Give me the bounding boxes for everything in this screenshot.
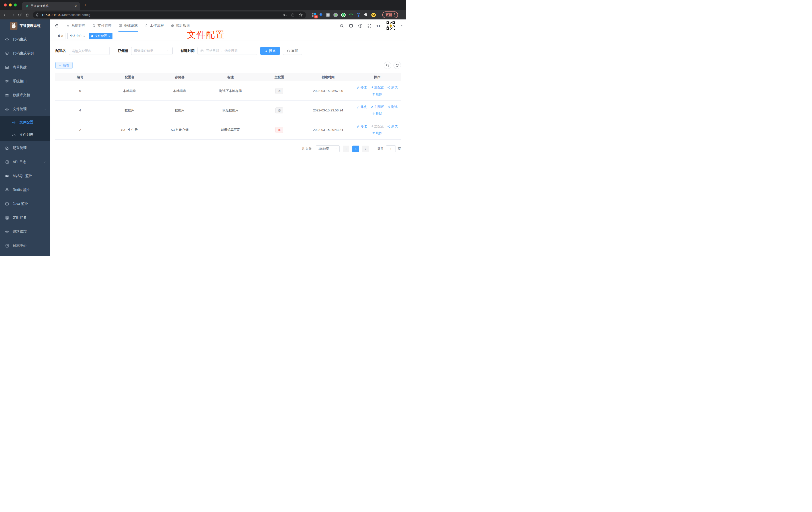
- reset-button[interactable]: 重置: [283, 47, 302, 55]
- window-close-button[interactable]: [4, 3, 7, 6]
- current-page-button[interactable]: 1: [352, 146, 359, 152]
- tab-file-config[interactable]: 文件配置 ×: [89, 33, 112, 39]
- share-icon: [387, 86, 390, 89]
- avatar[interactable]: [386, 21, 396, 30]
- forward-icon[interactable]: [10, 13, 14, 17]
- eye-extension-icon[interactable]: [356, 13, 360, 17]
- test-action[interactable]: 测试: [387, 105, 398, 109]
- date-end-placeholder[interactable]: 结束日期: [225, 49, 237, 53]
- master-action[interactable]: 主配置: [370, 85, 384, 90]
- sidebar-item-file-list[interactable]: 文件列表: [0, 129, 50, 141]
- edit-action[interactable]: 修改: [357, 85, 367, 90]
- topnav-infrastructure[interactable]: 基础设施: [115, 20, 141, 32]
- command-extension-icon[interactable]: ⌘: [326, 13, 330, 17]
- fullscreen-icon[interactable]: [367, 24, 372, 28]
- collapse-sidebar-icon[interactable]: [50, 24, 63, 28]
- sidebar-logo[interactable]: 芋道管理系统: [0, 20, 50, 32]
- infrastructure-icon: [118, 24, 122, 28]
- pencil-icon: [357, 86, 359, 89]
- site-info-icon[interactable]: [36, 13, 39, 17]
- storage-select[interactable]: 请选择存储器: [131, 47, 173, 55]
- recorder-extension-icon[interactable]: [334, 13, 338, 17]
- search-button[interactable]: 搜索: [260, 47, 280, 55]
- y-extension-icon[interactable]: Y: [341, 13, 346, 17]
- github-icon[interactable]: [349, 24, 353, 28]
- tab-close-icon[interactable]: ×: [75, 4, 77, 8]
- font-size-icon[interactable]: [376, 24, 381, 28]
- tab-home[interactable]: 首页: [55, 33, 66, 39]
- sidebar-item-code-example[interactable]: 代码生成示例: [0, 47, 50, 60]
- sidebar-item-system-api[interactable]: 系统接口: [0, 74, 50, 88]
- chrome-menu-icon[interactable]: [394, 13, 395, 17]
- col-id: 编号: [55, 75, 105, 80]
- cell-name: 本地磁盘: [105, 89, 154, 93]
- sidebar-item-config-management[interactable]: 配置管理: [0, 141, 50, 155]
- caret-down-icon[interactable]: [400, 24, 403, 27]
- window-minimize-button[interactable]: [9, 3, 12, 6]
- cell-storage: 数据库: [154, 108, 205, 113]
- sidebar-item-label: 配置管理: [13, 146, 27, 150]
- address-bar[interactable]: 127.0.0.1:1024/infra/file/file-config: [33, 11, 306, 19]
- delete-action[interactable]: 删除: [372, 131, 382, 135]
- goto-page-input[interactable]: [386, 145, 396, 152]
- date-range-picker[interactable]: 开始日期 - 结束日期: [198, 47, 257, 55]
- sidebar-item-form-builder[interactable]: 表单构建: [0, 60, 50, 74]
- date-start-placeholder[interactable]: 开始日期: [206, 49, 219, 53]
- tab-close-icon[interactable]: ×: [83, 35, 85, 38]
- star-extension-icon[interactable]: [349, 13, 353, 17]
- help-icon[interactable]: [358, 24, 362, 28]
- puzzle-extensions-icon[interactable]: [364, 13, 368, 17]
- config-name-input[interactable]: [69, 47, 110, 55]
- sidebar-item-trace[interactable]: 链路追踪: [0, 225, 50, 239]
- sliders-icon: [5, 79, 9, 83]
- page-unit-label: 页: [398, 147, 401, 151]
- sidebar-item-log-center[interactable]: 日志中心: [0, 239, 50, 253]
- new-tab-button[interactable]: +: [84, 2, 87, 8]
- refresh-table-button[interactable]: [394, 62, 401, 69]
- back-icon[interactable]: [3, 13, 7, 17]
- col-name: 配置名: [105, 75, 154, 80]
- tab-profile[interactable]: 个人中心 ×: [67, 33, 87, 39]
- home-icon[interactable]: [25, 13, 29, 17]
- sidebar-item-file-config[interactable]: 文件配置: [0, 116, 50, 129]
- add-button[interactable]: 新增: [55, 62, 72, 69]
- sidebar-item-mysql-monitor[interactable]: MySQL 监控: [0, 169, 50, 183]
- sidebar-item-db-doc[interactable]: 数据库文档: [0, 88, 50, 102]
- sidebar-item-api-log[interactable]: API 日志: [0, 155, 50, 169]
- magnet-icon: [370, 106, 373, 109]
- sidebar-item-redis-monitor[interactable]: Redis 监控: [0, 183, 50, 197]
- cell-storage: S3 对象存储: [154, 128, 205, 132]
- master-action[interactable]: 主配置: [370, 105, 384, 109]
- prev-page-button[interactable]: ‹: [343, 146, 349, 152]
- toggle-search-button[interactable]: [384, 62, 391, 69]
- test-action[interactable]: 测试: [387, 124, 398, 129]
- sidebar-item-java-monitor[interactable]: Java 监控: [0, 197, 50, 211]
- delete-action[interactable]: 删除: [372, 112, 382, 116]
- emoji-profile-icon[interactable]: [371, 13, 376, 17]
- sidebar-item-code-generation[interactable]: 代码生成: [0, 32, 50, 47]
- sidebar-item-file-management[interactable]: 文件管理: [0, 102, 50, 116]
- bookmark-star-icon[interactable]: [299, 13, 303, 17]
- tab-groups-extension-icon[interactable]: 11: [312, 13, 316, 17]
- gem-extension-icon[interactable]: [319, 13, 322, 17]
- log-center-icon: [5, 244, 9, 248]
- edit-action[interactable]: 修改: [357, 124, 367, 129]
- share-export-icon[interactable]: [291, 13, 295, 17]
- page-size-select[interactable]: 10条/页: [316, 145, 340, 152]
- topnav-payment-management[interactable]: 支付管理: [89, 20, 115, 32]
- search-icon[interactable]: [340, 24, 344, 28]
- sidebar-item-scheduled-tasks[interactable]: 定时任务: [0, 211, 50, 225]
- browser-tab[interactable]: 芋道管理系统 ×: [22, 2, 80, 10]
- next-page-button[interactable]: ›: [362, 146, 369, 152]
- reload-icon[interactable]: [18, 13, 22, 17]
- password-key-icon[interactable]: [283, 13, 287, 17]
- edit-action[interactable]: 修改: [357, 105, 367, 109]
- delete-action[interactable]: 删除: [372, 92, 382, 96]
- topnav-workflow[interactable]: 工作流程: [141, 20, 167, 32]
- topnav-system-management[interactable]: 系统管理: [63, 20, 89, 32]
- test-action[interactable]: 测试: [387, 85, 398, 90]
- chrome-update-button[interactable]: 更新: [382, 11, 398, 18]
- tab-close-icon[interactable]: ×: [108, 35, 110, 38]
- window-zoom-button[interactable]: [14, 3, 17, 6]
- cell-actions: 修改 主配置 测试 删除: [353, 105, 401, 116]
